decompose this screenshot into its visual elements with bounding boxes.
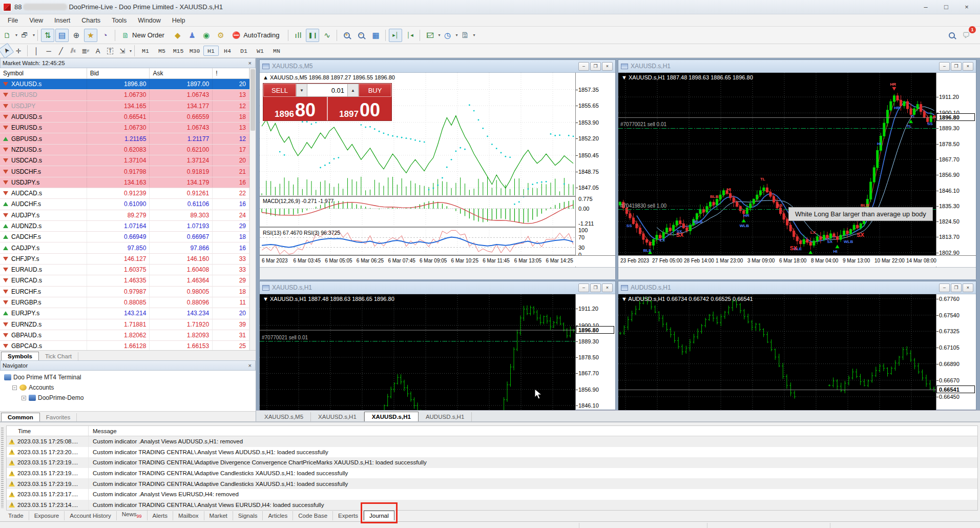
terminal-grip[interactable] [1,427,4,508]
tab-common[interactable]: Common [1,413,40,421]
indicators-menu-dropdown[interactable]: ▾ [438,33,440,37]
equidistant-channel-tool[interactable]: ⫽E [68,45,79,56]
vertical-line-tool[interactable]: │ [31,45,42,56]
tile-windows-button[interactable]: ▦ [369,29,382,42]
journal-row[interactable]: 2023.03.15 17:23:14....Custom indicator … [7,500,977,511]
autotrading-button[interactable]: ⛔AutoTrading [228,29,285,42]
terminal-tab-exposure[interactable]: Exposure [29,511,65,520]
timeframe-m5[interactable]: M5 [154,46,170,56]
terminal-tab-journal[interactable]: Journal [364,511,394,520]
chart-restore-button[interactable]: ❐ [951,62,962,71]
indicators-menu[interactable]: 🗠 [423,29,436,42]
close-icon[interactable]: × [247,362,253,369]
timeframe-w1[interactable]: W1 [253,46,268,56]
volume-decrease-button[interactable]: ▼ [296,84,307,97]
market-watch-toggle[interactable]: ⇅ [41,29,54,42]
chart-minimize-button[interactable]: – [939,62,950,71]
journal-row[interactable]: 2023.03.15 17:23:17....Custom indicator … [7,489,977,500]
tree-item-dooprime-demo[interactable]: +DooPrime-Demo [1,393,255,403]
market-watch-row-audcad.s[interactable]: AUDCAD.s0.912390.9126122 [0,188,249,199]
options-button[interactable]: ⚙ [214,29,227,42]
chart-window-title-bar[interactable]: XAUUSD.s,H1 –❐× [618,60,976,73]
one-click-toggle-icon[interactable]: ▼ [621,74,627,80]
timeframe-m15[interactable]: M15 [171,46,186,56]
journal-row[interactable]: 2023.03.15 17:23:20....Custom indicator … [7,447,977,458]
column-header-symbol[interactable]: Symbol [0,68,87,78]
menu-item-tools[interactable]: Tools [106,15,132,26]
column-header-spread[interactable]: ! [213,68,249,78]
market-watch-row-eurnzd.s[interactable]: EURNZD.s1.718811.7192039 [0,319,249,330]
fibonacci-tool[interactable]: ≣F [80,45,91,56]
terminal-tab-mailbox[interactable]: Mailbox [173,511,204,520]
sell-price[interactable]: 189680 [263,97,327,120]
chart-canvas-xauusd-m5[interactable]: ▲ XAUUSD.s,M5 1896.88 1897.27 1896.55 18… [260,73,615,278]
text-label-tool[interactable]: T [105,45,116,56]
price-scale[interactable]: 1911.201900.101889.301878.501867.701856.… [575,294,615,410]
journal-row[interactable]: 2023.03.15 17:23:19....Custom indicator … [7,457,977,468]
market-watch-row-eurjpy.s[interactable]: EURJPY.s143.214143.23420 [0,308,249,319]
market-watch-row-chfjpy.s[interactable]: CHFJPY.s146.127146.16033 [0,254,249,265]
minimize-button[interactable]: – [915,1,936,13]
price-scale[interactable]: 0.677600.675400.673250.671050.668900.666… [936,294,976,410]
chart-minimize-button[interactable]: – [578,283,589,292]
chart-close-button[interactable]: × [602,62,613,71]
crosshair-tool[interactable]: ✛ [13,45,24,56]
candlestick-chart-button[interactable]: ❚❙ [306,29,319,42]
market-watch-row-eurusd.s[interactable]: EURUSD.s1.067301.0674313 [0,123,249,133]
menu-item-window[interactable]: Window [132,15,166,26]
profiles-button-dropdown[interactable]: ▾ [33,33,35,37]
arrows-tool[interactable]: ⇲ [117,45,128,56]
menu-item-view[interactable]: View [24,15,49,26]
terminal-tab-code-base[interactable]: Code Base [293,511,333,520]
tree-item-accounts[interactable]: −Accounts [1,382,255,393]
column-header-ask[interactable]: Ask [150,68,213,78]
expand-icon[interactable]: + [22,396,26,400]
market-watch-row-audnzd.s[interactable]: AUDNZD.s1.071641.0719329 [0,221,249,232]
menu-item-file[interactable]: File [2,15,24,26]
market-watch-row-euraud.s[interactable]: EURAUD.s1.603751.6040833 [0,265,249,275]
new-order-button[interactable]: 🗎New Order [118,29,170,42]
price-scale[interactable]: 1911.201900.101889.301878.501867.701856.… [936,73,976,278]
one-click-toggle-icon[interactable]: ▼ [621,296,627,302]
profiles-button[interactable]: 🗗 [18,29,31,42]
market-watch-row-gbpusd.s[interactable]: GBPUSD.s1.211651.2117712 [0,133,249,144]
chart-tab-3[interactable]: AUDUSD.s,H1 [419,412,472,421]
sell-button[interactable]: SELL [263,84,296,97]
market-watch-row-eurusd[interactable]: EURUSD1.067301.0674313 [0,90,249,100]
close-icon[interactable]: × [247,60,253,66]
chart-scrollbar-strip[interactable] [260,267,615,279]
data-window-toggle[interactable]: ▤ [55,29,69,42]
market-watch-row-usdchf.s[interactable]: USDCHF.s0.917980.9181921 [0,166,249,177]
timeframe-h4[interactable]: H4 [220,46,235,56]
zoom-out-button[interactable]: − [355,29,368,42]
menu-item-help[interactable]: Help [166,15,191,26]
market-watch-row-cadchf.s[interactable]: CADCHF.s0.669490.6696718 [0,232,249,242]
market-watch-row-audusd.s[interactable]: AUDUSD.s0.665410.6655918 [0,112,249,123]
journal-row[interactable]: 2023.03.15 17:23:19....Custom indicator … [7,478,977,489]
periods-menu[interactable]: ◷ [441,29,454,42]
cursor-tool[interactable]: ➤ [0,43,14,59]
navigator-toggle[interactable]: ⊕ [70,29,83,42]
market-watch-scrollbar[interactable] [249,68,256,350]
terminal-toggle[interactable]: ★ [84,29,97,42]
timeframe-d1[interactable]: D1 [236,46,252,56]
tab-tick-chart[interactable]: Tick Chart [39,352,78,360]
periods-menu-dropdown[interactable]: ▾ [455,33,457,37]
market-watch-row-gbpcad.s[interactable]: GBPCAD.s1.661281.6615325 [0,341,249,350]
auto-scroll-toggle[interactable]: ▸│ [389,29,402,42]
notifications-icon[interactable]: 🗩1 [960,29,973,42]
time-axis[interactable]: 6 Mar 20236 Mar 03:456 Mar 05:056 Mar 06… [260,255,615,267]
market-watch-row-audchf.s[interactable]: AUDCHF.s0.610900.6110616 [0,199,249,210]
new-chart-button-dropdown[interactable]: ▾ [15,33,17,37]
chart-tab-2[interactable]: XAUUSD.s,H1 [364,412,419,421]
chart-window-xauusd-h1-bottom[interactable]: XAUUSD.s,H1 –❐× ▼ XAUUSD.s,H1 1887.48 18… [259,281,616,410]
signals-button[interactable]: ◉ [200,29,213,42]
market-watch-row-xauusd.s[interactable]: XAUUSD.s1896.801897.0020 [0,79,249,90]
chart-canvas-xauusd-h1[interactable]: ▼ XAUUSD.s,H1 1887.48 1898.63 1886.65 18… [618,73,976,278]
terminal-tab-account-history[interactable]: Account History [65,511,117,520]
timeframe-h1[interactable]: H1 [203,46,219,56]
tree-item-doo-prime-mt4-terminal[interactable]: Doo Prime MT4 Terminal [1,372,255,382]
market-watch-row-usdcad.s[interactable]: USDCAD.s1.371041.3712420 [0,155,249,166]
column-header-time[interactable]: Time [7,426,89,436]
close-button[interactable]: × [956,1,977,13]
